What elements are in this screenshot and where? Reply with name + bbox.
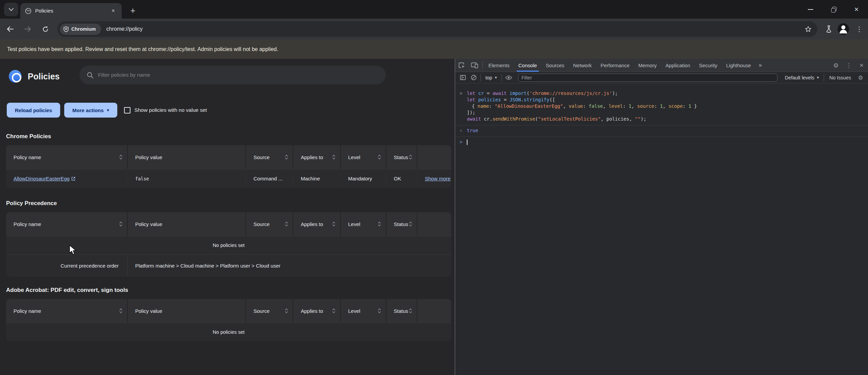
column-header[interactable]: Level: [341, 299, 386, 323]
devtools-tab-sources[interactable]: Sources: [541, 59, 569, 72]
tab-close-icon[interactable]: ×: [109, 6, 118, 15]
column-header[interactable]: Level: [341, 145, 386, 169]
column-header[interactable]: Policy value: [128, 145, 246, 169]
column-header[interactable]: Policy value: [128, 299, 246, 323]
column-header-label: Source: [254, 308, 270, 314]
forward-button[interactable]: [20, 22, 35, 36]
devtools-tab-elements[interactable]: Elements: [484, 59, 514, 72]
devtools-tab-lighthouse[interactable]: Lighthouse: [722, 59, 755, 72]
devtools-settings-button[interactable]: ⚙: [829, 59, 842, 72]
column-header[interactable]: Policy name: [6, 299, 128, 323]
close-window-button[interactable]: ×: [845, 0, 868, 19]
device-toolbar-button[interactable]: [468, 59, 481, 72]
back-button[interactable]: [3, 22, 18, 36]
browser-menu-button[interactable]: ⋮: [852, 22, 866, 36]
code-token: sendWithPromise: [492, 116, 535, 122]
clear-console-button[interactable]: [468, 73, 479, 82]
new-tab-button[interactable]: +: [127, 4, 139, 17]
console-filter-input[interactable]: Filter: [518, 74, 777, 82]
sort-chevrons-icon[interactable]: [378, 308, 381, 313]
console-settings-button[interactable]: ⚙: [855, 73, 866, 82]
sort-chevrons-icon[interactable]: [285, 222, 288, 226]
sort-chevrons-icon[interactable]: [119, 222, 122, 226]
column-header[interactable]: Policy name: [6, 212, 128, 236]
sort-chevrons-icon[interactable]: [332, 155, 335, 159]
inspect-element-button[interactable]: [455, 59, 468, 72]
show-no-value-checkbox[interactable]: [124, 107, 130, 114]
sort-chevrons-icon[interactable]: [409, 222, 412, 226]
column-header[interactable]: Policy name: [6, 145, 128, 169]
live-expression-button[interactable]: [503, 73, 514, 82]
more-panels-button[interactable]: »: [755, 62, 765, 69]
issues-counter[interactable]: No Issues: [825, 75, 855, 80]
column-header[interactable]: Applies to: [293, 212, 341, 236]
sort-chevrons-icon[interactable]: [409, 308, 412, 313]
execution-context-selector[interactable]: top ▾: [482, 75, 500, 80]
three-dot-menu-icon: ⋮: [856, 25, 863, 33]
devtools-tab-security[interactable]: Security: [695, 59, 722, 72]
sort-chevrons-icon[interactable]: [378, 155, 381, 159]
code-token: =: [484, 91, 492, 96]
browser-tab-policies[interactable]: Policies ×: [20, 3, 122, 19]
column-header[interactable]: Policy value: [128, 212, 246, 236]
sort-chevrons-icon[interactable]: [378, 222, 381, 226]
column-header[interactable]: [417, 212, 451, 236]
sort-chevrons-icon[interactable]: [119, 308, 122, 313]
column-header[interactable]: Status: [386, 299, 417, 323]
omnibox[interactable]: Chromium chrome://policy: [57, 21, 817, 37]
context-label: top: [485, 75, 492, 80]
console-output[interactable]: >let cr = await import('chrome://resourc…: [455, 83, 868, 375]
reload-policies-button[interactable]: Reload policies: [7, 103, 60, 118]
column-header[interactable]: Level: [341, 212, 386, 236]
devtools-tab-console[interactable]: Console: [514, 59, 541, 72]
column-header[interactable]: Status: [386, 212, 417, 236]
policy-filter-input[interactable]: Filter policies by name: [79, 66, 386, 84]
reload-button[interactable]: [38, 22, 53, 36]
log-levels-dropdown[interactable]: Default levels ▾: [781, 75, 822, 80]
policy-sections: Chrome PoliciesPolicy namePolicy valueSo…: [0, 133, 455, 341]
sort-chevrons-icon[interactable]: [285, 155, 288, 159]
tab-search-button[interactable]: [4, 3, 18, 16]
restore-button[interactable]: [822, 0, 845, 19]
console-code-text: ]);: [467, 109, 868, 116]
minimize-icon: [808, 9, 813, 10]
sort-chevrons-icon[interactable]: [332, 308, 335, 313]
minimize-button[interactable]: [799, 0, 822, 19]
url-text[interactable]: chrome://policy: [106, 26, 803, 32]
column-header[interactable]: Status: [386, 145, 417, 169]
sort-chevrons-icon[interactable]: [119, 155, 122, 159]
devtools-tab-application[interactable]: Application: [661, 59, 695, 72]
column-header-label: Applies to: [301, 221, 323, 227]
column-header[interactable]: Applies to: [293, 145, 341, 169]
more-actions-button[interactable]: More actions ▾: [64, 103, 117, 118]
profile-avatar-button[interactable]: [838, 23, 849, 35]
sort-chevrons-icon[interactable]: [285, 308, 288, 313]
policy-table: Policy namePolicy valueSourceApplies toL…: [6, 299, 451, 341]
devtools-tab-memory[interactable]: Memory: [634, 59, 661, 72]
devtools-close-button[interactable]: ×: [855, 59, 868, 72]
show-no-value-checkbox-row[interactable]: Show policies with no value set: [124, 107, 207, 114]
column-header[interactable]: [417, 299, 451, 323]
sort-chevrons-icon[interactable]: [409, 155, 412, 159]
code-token: cr: [478, 91, 484, 96]
column-header[interactable]: Source: [246, 212, 293, 236]
sort-chevrons-icon[interactable]: [332, 222, 335, 226]
browser-window: Policies × + × Chromium: [0, 0, 868, 375]
console-prompt-line[interactable]: >: [455, 139, 868, 145]
devtools-tab-network[interactable]: Network: [569, 59, 596, 72]
external-link-icon: [71, 177, 75, 181]
column-header[interactable]: [417, 145, 451, 169]
devtools-tab-performance[interactable]: Performance: [596, 59, 634, 72]
console-sidebar-toggle-button[interactable]: [457, 73, 468, 82]
site-chip[interactable]: Chromium: [60, 24, 101, 35]
show-more-link[interactable]: Show more: [425, 176, 451, 181]
column-header[interactable]: Source: [246, 299, 293, 323]
devtools-menu-button[interactable]: ⋮: [842, 59, 855, 72]
console-prompt-input[interactable]: [467, 139, 868, 145]
policy-name-link[interactable]: AllowDinosaurEasterEgg: [14, 176, 75, 181]
column-header[interactable]: Applies to: [293, 299, 341, 323]
bookmark-star-button[interactable]: [802, 23, 814, 35]
experiments-flask-button[interactable]: [822, 22, 836, 36]
code-token: scope: [669, 103, 683, 109]
column-header[interactable]: Source: [246, 145, 293, 169]
